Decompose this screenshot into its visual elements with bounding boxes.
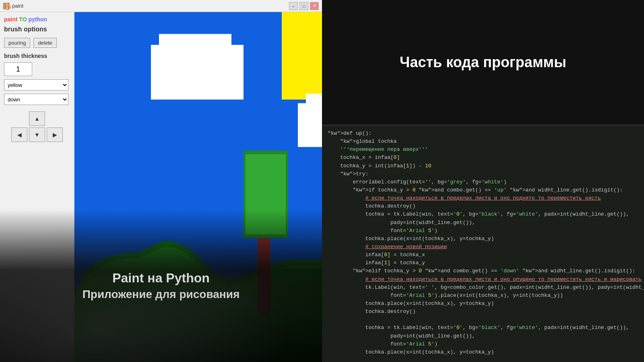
code-line: pady=int(widht_line.get()), <box>328 332 638 340</box>
code-line: tochka = tk.Label(win, text='0', bg='bla… <box>328 210 638 218</box>
slide-title-line2: Приложение для рисования <box>83 288 240 301</box>
color-dropdown[interactable]: yellow red green blue black white <box>4 79 68 90</box>
down-arrow-button[interactable]: ▼ <box>29 128 45 142</box>
code-area: "kw">def up(): "kw">global tochka '''пер… <box>322 125 644 362</box>
code-line: "kw">if tochka_y > 0 "kw">and combo.get(… <box>328 186 638 194</box>
code-line: "kw">def up(): <box>328 130 638 138</box>
code-line: tochka_y = int(infaa[1]) - 10 <box>328 162 638 170</box>
maximize-button[interactable]: □ <box>299 2 308 10</box>
button-row: pouring delete <box>4 38 70 48</box>
thickness-input[interactable] <box>4 62 32 76</box>
code-line: # сохранение новой позиции <box>328 243 638 251</box>
code-line: tochka = tk.Label(win, text='0', bg='bla… <box>328 324 638 332</box>
code-line: font='Arial 5') <box>328 227 638 235</box>
code-line: tochka_x = infaa[0] <box>328 154 638 162</box>
code-line <box>328 316 638 324</box>
right-top-section: Часть кода программы <box>322 0 644 125</box>
paint-window: 🎨 paint – □ ✕ paint TO python brush opti… <box>0 0 322 362</box>
minimize-button[interactable]: – <box>289 2 298 10</box>
title-paint: paint <box>4 16 17 23</box>
brush-options-label: brush options <box>4 26 70 33</box>
code-line: infaa[1] = tochka_y <box>328 259 638 267</box>
code-line: '''перемещение пера вверх''' <box>328 146 638 154</box>
direction-controls: ▲ ◀ ▼ ▶ <box>4 111 70 142</box>
code-line: font='Arial 5') <box>328 340 638 348</box>
direction-dropdown[interactable]: down up left right <box>4 94 68 105</box>
code-line: tochka.place(x=int(tochka_x), y=tochka_y… <box>328 235 638 243</box>
app-title-row: paint TO python <box>4 16 70 23</box>
slide-title-line1: Paint на Python <box>112 271 210 286</box>
up-arrow-button[interactable]: ▲ <box>29 111 45 126</box>
section-title: Часть кода программы <box>400 54 566 71</box>
pouring-button[interactable]: pouring <box>4 38 30 48</box>
code-line: tk.Label(win, text=' ', bg=combo_color.g… <box>328 284 638 292</box>
code-line: "kw">global tochka <box>328 138 638 146</box>
window-title: paint <box>12 3 289 9</box>
close-button[interactable]: ✕ <box>310 2 319 10</box>
code-line: tochka.place(x=int(tochka_x), y=tochka_y… <box>328 348 638 356</box>
code-line: # если точка находиться в пределах листа… <box>328 276 638 284</box>
title-python: python <box>28 16 47 23</box>
code-line: # если точка находиться в пределах листа… <box>328 194 638 202</box>
delete-button[interactable]: delete <box>33 38 56 48</box>
right-panel: Часть кода программы "kw">def up(): "kw"… <box>322 0 644 362</box>
code-line: "kw">try: <box>328 170 638 178</box>
code-line: tochka.destroy() <box>328 308 638 316</box>
left-arrow-button[interactable]: ◀ <box>11 128 27 142</box>
code-line: errorlabel.config(text='', bg='grey', fg… <box>328 178 638 186</box>
paint-icon: 🎨 <box>3 3 10 9</box>
code-line: font='Arial 5').place(x=int(tochka_x), y… <box>328 292 638 300</box>
title-to: TO <box>19 16 27 23</box>
dir-row: ◀ ▼ ▶ <box>11 128 63 142</box>
brush-thickness-label: brush thickness <box>4 53 70 59</box>
slide-bottom-overlay: Paint на Python Приложение для рисования <box>0 209 322 362</box>
code-line: infaa[0] = tochka_x <box>328 251 638 259</box>
code-line: "kw">elif tochka_y > 0 "kw">and combo.ge… <box>328 267 638 275</box>
title-controls: – □ ✕ <box>289 2 319 10</box>
title-bar: 🎨 paint – □ ✕ <box>0 0 322 12</box>
code-line: tochka.destroy() <box>328 202 638 210</box>
code-line: pady=int(widht_line.get()), <box>328 219 638 227</box>
right-arrow-button[interactable]: ▶ <box>47 128 63 142</box>
code-line: tochka.place(x=int(tochka_x), y=tochka_y… <box>328 300 638 308</box>
